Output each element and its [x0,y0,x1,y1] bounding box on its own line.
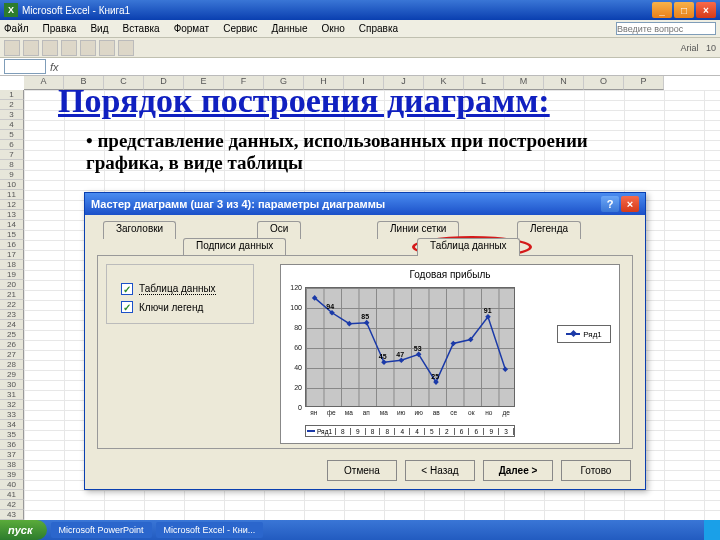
menu-format[interactable]: Формат [174,23,210,34]
col-header[interactable]: N [544,76,584,90]
row-header[interactable]: 30 [0,380,24,390]
row-header[interactable]: 21 [0,290,24,300]
row-header[interactable]: 37 [0,450,24,460]
row-header[interactable]: 12 [0,200,24,210]
taskbar-item[interactable]: Microsoft PowerPoint [51,522,152,538]
x-tick-label: ию [410,409,428,416]
tab-data-table[interactable]: Таблица данных [417,238,520,256]
row-header[interactable]: 28 [0,360,24,370]
col-header[interactable]: O [584,76,624,90]
minimize-button[interactable]: _ [652,2,672,18]
menu-window[interactable]: Окно [322,23,345,34]
row-header[interactable]: 3 [0,110,24,120]
save-icon[interactable] [42,40,58,56]
row-header[interactable]: 9 [0,170,24,180]
tab-data-labels[interactable]: Подписи данных [183,238,286,256]
name-box[interactable] [4,59,46,74]
new-icon[interactable] [4,40,20,56]
tab-legend[interactable]: Легенда [517,221,581,239]
line-series [306,288,514,407]
row-header[interactable]: 41 [0,490,24,500]
taskbar-item[interactable]: Microsoft Excel - Кни... [156,522,264,538]
row-header[interactable]: 11 [0,190,24,200]
row-header[interactable]: 2 [0,100,24,110]
menu-tools[interactable]: Сервис [223,23,257,34]
bullet-text: представление данных, использованных при… [86,130,660,174]
row-header[interactable]: 36 [0,440,24,450]
tab-pane: ✓ Таблица данных ✓ Ключи легенд Годовая … [97,255,633,449]
back-button[interactable]: < Назад [405,460,475,481]
system-tray[interactable] [704,520,720,540]
dialog-buttons: Отмена < Назад Далее > Готово [327,460,631,481]
tab-titles[interactable]: Заголовки [103,221,176,239]
row-header[interactable]: 8 [0,160,24,170]
checkbox-legend-keys-label: Ключи легенд [139,302,203,313]
row-header[interactable]: 10 [0,180,24,190]
row-header[interactable]: 22 [0,300,24,310]
menu-edit[interactable]: Правка [43,23,77,34]
print-icon[interactable] [61,40,77,56]
row-header[interactable]: 38 [0,460,24,470]
row-header[interactable]: 7 [0,150,24,160]
row-header[interactable]: 40 [0,480,24,490]
chart-data-table: Ряд1 8 9 8 8 4 4 5 2 6 6 9 3 [305,425,515,437]
dialog-help-button[interactable]: ? [601,196,619,212]
row-header[interactable]: 42 [0,500,24,510]
dialog-close-button[interactable]: × [621,196,639,212]
row-header[interactable]: 23 [0,310,24,320]
data-label: 47 [396,351,404,358]
cancel-button[interactable]: Отмена [327,460,397,481]
start-button[interactable]: пуск [0,520,47,540]
help-search-input[interactable] [616,22,716,35]
row-header[interactable]: 6 [0,140,24,150]
row-header[interactable]: 25 [0,330,24,340]
open-icon[interactable] [23,40,39,56]
menu-view[interactable]: Вид [90,23,108,34]
dialog-titlebar: Мастер диаграмм (шаг 3 из 4): параметры … [85,193,645,215]
menu-help[interactable]: Справка [359,23,398,34]
menu-data[interactable]: Данные [271,23,307,34]
row-header[interactable]: 33 [0,410,24,420]
row-header[interactable]: 29 [0,370,24,380]
fx-icon[interactable]: fx [50,61,68,73]
close-button[interactable]: × [696,2,716,18]
row-header[interactable]: 17 [0,250,24,260]
row-header[interactable]: 24 [0,320,24,330]
row-header[interactable]: 19 [0,270,24,280]
x-tick-label: ма [340,409,358,416]
row-header[interactable]: 13 [0,210,24,220]
row-header[interactable]: 39 [0,470,24,480]
maximize-button[interactable]: □ [674,2,694,18]
row-header[interactable]: 1 [0,90,24,100]
next-button[interactable]: Далее > [483,460,553,481]
row-header[interactable]: 34 [0,420,24,430]
tab-axes[interactable]: Оси [257,221,301,239]
row-header[interactable]: 31 [0,390,24,400]
row-header[interactable]: 16 [0,240,24,250]
menu-insert[interactable]: Вставка [122,23,159,34]
row-header[interactable]: 20 [0,280,24,290]
row-header[interactable]: 5 [0,130,24,140]
row-header[interactable]: 26 [0,340,24,350]
x-tick-label: ма [375,409,393,416]
chart-preview: Годовая прибыль 120 100 80 60 40 20 0 94… [280,264,620,444]
col-header[interactable]: P [624,76,664,90]
row-header[interactable]: 32 [0,400,24,410]
copy-icon[interactable] [99,40,115,56]
row-header[interactable]: 4 [0,120,24,130]
paste-icon[interactable] [118,40,134,56]
checkbox-legend-keys-row[interactable]: ✓ Ключи легенд [121,301,203,313]
row-header[interactable]: 18 [0,260,24,270]
finish-button[interactable]: Готово [561,460,631,481]
svg-rect-5 [399,357,405,363]
row-header[interactable]: 35 [0,430,24,440]
cut-icon[interactable] [80,40,96,56]
row-header[interactable]: 27 [0,350,24,360]
row-header[interactable]: 15 [0,230,24,240]
tab-gridlines[interactable]: Линии сетки [377,221,459,239]
row-header[interactable]: 43 [0,510,24,520]
menu-file[interactable]: Файл [4,23,29,34]
row-header[interactable]: 14 [0,220,24,230]
dialog-title: Мастер диаграмм (шаг 3 из 4): параметры … [91,198,385,210]
checkbox-data-table-row[interactable]: ✓ Таблица данных [121,283,216,295]
